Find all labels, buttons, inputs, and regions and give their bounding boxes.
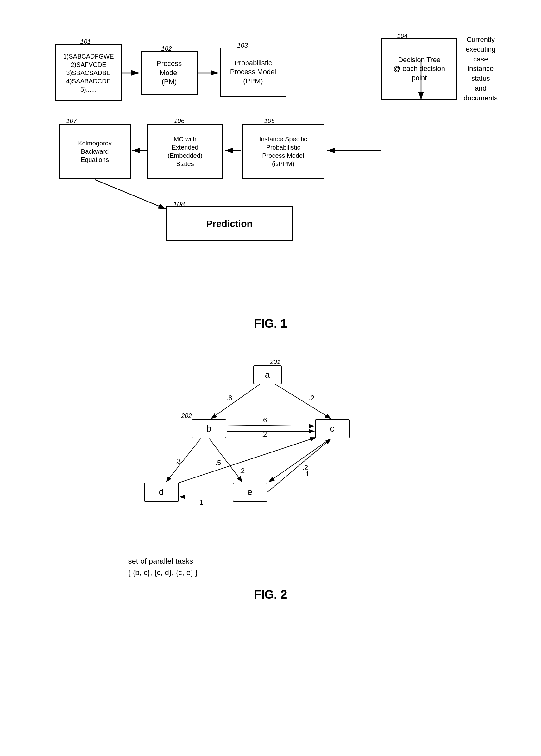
svg-text:.2: .2 [302, 464, 308, 471]
ref-107: 107 [67, 117, 77, 125]
svg-text:.2: .2 [261, 430, 267, 438]
svg-line-20 [209, 438, 242, 482]
box-103: Probabilistic Process Model (PPM) [220, 48, 286, 97]
box-107-kolmogorov: Kolmogorov Backward Equations [59, 124, 131, 179]
fig1-diagram: Currently executing case instance status… [49, 25, 492, 311]
box-106-mc: MC with Extended (Embedded) States [147, 124, 223, 179]
ref-202: 202 [182, 412, 192, 420]
ref-103: 103 [238, 42, 248, 49]
svg-text:.3: .3 [175, 457, 181, 465]
node-a: a [253, 365, 282, 384]
node-b: b [192, 419, 226, 438]
box-105-ispppm: Instance Specific Probabilistic Process … [242, 124, 324, 179]
fig2-arrows-svg: .8 .2 .6 .2 .3 .5 .2 1 1 [128, 356, 413, 552]
box-108-prediction: Prediction [166, 206, 293, 241]
svg-line-7 [95, 180, 166, 209]
box-102: Process Model (PM) [141, 51, 198, 95]
svg-line-18 [166, 438, 201, 482]
svg-text:1: 1 [200, 498, 203, 506]
svg-line-24 [268, 439, 331, 492]
parallel-tasks-line1: set of parallel tasks [128, 555, 413, 567]
svg-line-28 [269, 439, 330, 482]
ref-106: 106 [174, 117, 185, 125]
node-e: e [233, 483, 268, 502]
svg-text:.6: .6 [261, 416, 267, 424]
ref-102: 102 [162, 45, 172, 52]
ref-104: 104 [397, 32, 408, 40]
ref-201: 201 [270, 358, 280, 366]
fig2-label: FIG. 2 [25, 588, 516, 601]
svg-line-12 [275, 384, 331, 419]
svg-line-10 [211, 384, 260, 419]
svg-text:.2: .2 [239, 467, 245, 475]
svg-text:.5: .5 [215, 459, 221, 467]
fig2-text-area: set of parallel tasks { {b, c}, {c, d}, … [128, 552, 413, 581]
parallel-tasks-line2: { {b, c}, {c, d}, {c, e} } [128, 567, 413, 578]
svg-line-14 [227, 425, 314, 426]
fig1-label: FIG. 1 [25, 317, 516, 330]
svg-line-22 [180, 438, 315, 483]
box-101: 1)SABCADFGWE 2)SAFVCDE 3)SBACSADBE 4)SAA… [55, 44, 122, 101]
svg-text:1: 1 [305, 470, 309, 478]
ref-108: 108 [172, 200, 185, 208]
ref-101: 101 [79, 38, 91, 45]
ref-105: 105 [264, 117, 275, 125]
box-104-decision-tree: Decision Tree @ each decision point [381, 38, 457, 100]
currently-executing-text: Currently executing case instance status… [464, 35, 498, 103]
fig2-container: 201 202 a b c d e .8 [19, 349, 522, 620]
fig2-diagram: 201 202 a b c d e .8 [128, 356, 413, 552]
svg-text:.8: .8 [226, 394, 232, 402]
fig1-container: Currently executing case instance status… [19, 13, 522, 349]
svg-text:.2: .2 [309, 394, 314, 402]
node-c: c [315, 419, 350, 438]
node-d: d [144, 483, 179, 502]
